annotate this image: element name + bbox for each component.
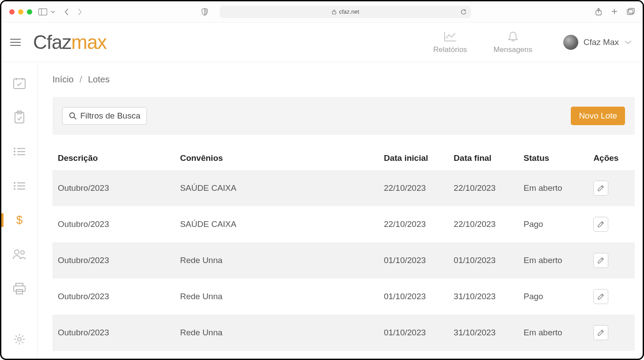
back-button[interactable] bbox=[64, 8, 69, 16]
cell-descricao: Outubro/2023 bbox=[52, 315, 175, 351]
sidebar-item-finance[interactable]: $ bbox=[1, 212, 37, 229]
table-row: Outubro/2023SAÚDE CAIXA22/10/202322/10/2… bbox=[52, 206, 635, 242]
cell-acoes bbox=[588, 242, 635, 278]
new-tab-button[interactable] bbox=[611, 8, 618, 16]
maximize-window-button[interactable] bbox=[27, 9, 32, 15]
cell-descricao: Outubro/2023 bbox=[52, 242, 175, 278]
pencil-icon bbox=[597, 257, 604, 264]
sidebar-item-list-1[interactable] bbox=[1, 143, 37, 160]
edit-button[interactable] bbox=[593, 289, 608, 304]
reports-nav[interactable]: Relatórios bbox=[433, 30, 467, 54]
cell-data-inicial: 22/10/2023 bbox=[378, 170, 448, 206]
edit-button[interactable] bbox=[593, 253, 608, 268]
cell-data-inicial: 01/10/2023 bbox=[378, 315, 448, 351]
cell-convenios: Rede Unna bbox=[175, 315, 378, 351]
new-lote-button[interactable]: Novo Lote bbox=[571, 107, 625, 125]
edit-button[interactable] bbox=[593, 325, 608, 340]
privacy-shield-icon[interactable] bbox=[201, 8, 208, 16]
sidebar-item-calendar[interactable] bbox=[1, 74, 37, 92]
pencil-icon bbox=[597, 185, 604, 192]
cell-data-final: 01/10/2023 bbox=[449, 242, 518, 278]
browser-chrome: cfaz.net bbox=[1, 1, 643, 22]
sidebar-item-settings[interactable] bbox=[1, 330, 37, 348]
bell-icon bbox=[507, 30, 519, 43]
cell-acoes bbox=[588, 206, 635, 242]
reports-label: Relatórios bbox=[433, 45, 467, 54]
chevron-down-icon[interactable] bbox=[51, 10, 55, 14]
edit-button[interactable] bbox=[593, 217, 608, 232]
svg-text:$: $ bbox=[16, 213, 22, 226]
user-name: Cfaz Max bbox=[584, 37, 619, 47]
svg-point-17 bbox=[21, 251, 24, 254]
sidebar-item-print[interactable] bbox=[1, 280, 37, 297]
cell-data-inicial: 01/10/2023 bbox=[378, 242, 448, 278]
th-convenios: Convênios bbox=[175, 146, 378, 170]
cell-convenios: Rede Unna bbox=[175, 242, 378, 278]
search-icon bbox=[69, 112, 77, 120]
tabs-overview-button[interactable] bbox=[627, 8, 635, 16]
breadcrumb-current: Lotes bbox=[88, 74, 110, 84]
svg-point-13 bbox=[14, 185, 15, 187]
cell-descricao: Outubro/2023 bbox=[52, 206, 175, 242]
cell-status: Pago bbox=[518, 206, 588, 242]
svg-rect-6 bbox=[14, 79, 25, 89]
table-header-row: Descrição Convênios Data inicial Data fi… bbox=[52, 146, 635, 170]
svg-rect-0 bbox=[39, 8, 47, 15]
pencil-icon bbox=[597, 293, 604, 300]
menu-toggle-button[interactable] bbox=[7, 33, 24, 51]
gear-icon bbox=[13, 333, 26, 345]
address-bar[interactable]: cfaz.net bbox=[220, 6, 471, 18]
svg-point-12 bbox=[14, 182, 15, 184]
table-row: Outubro/2023SAÚDE CAIXA22/10/202322/10/2… bbox=[52, 170, 635, 206]
table-row: Outubro/2023Rede Unna01/10/202301/10/202… bbox=[52, 242, 635, 278]
cell-convenios: SAÚDE CAIXA bbox=[175, 170, 378, 206]
forward-button[interactable] bbox=[77, 8, 82, 16]
sidebar-item-list-2[interactable] bbox=[1, 177, 37, 195]
url-text: cfaz.net bbox=[339, 8, 359, 15]
sidebar-toggle-button[interactable] bbox=[38, 8, 47, 15]
sidebar-item-users[interactable] bbox=[1, 245, 37, 263]
chevron-down-icon bbox=[624, 40, 632, 45]
cell-convenios: SAÚDE CAIXA bbox=[175, 206, 378, 242]
svg-point-21 bbox=[18, 338, 21, 341]
share-button[interactable] bbox=[595, 8, 602, 16]
svg-rect-2 bbox=[332, 11, 336, 14]
lotes-table: Descrição Convênios Data inicial Data fi… bbox=[52, 146, 635, 351]
messages-label: Mensagens bbox=[494, 45, 532, 54]
app-logo: Cfazmax bbox=[33, 31, 107, 53]
cell-acoes bbox=[588, 170, 635, 206]
window-controls bbox=[9, 9, 32, 15]
pencil-icon bbox=[597, 221, 604, 228]
sidebar-item-clipboard[interactable] bbox=[1, 109, 37, 126]
avatar bbox=[563, 35, 578, 50]
cell-data-inicial: 01/10/2023 bbox=[378, 278, 448, 315]
filter-label: Filtros de Busca bbox=[80, 111, 140, 121]
dollar-icon: $ bbox=[15, 213, 23, 226]
filter-button[interactable]: Filtros de Busca bbox=[62, 107, 147, 125]
pencil-icon bbox=[597, 329, 604, 336]
user-menu[interactable]: Cfaz Max bbox=[563, 35, 632, 50]
cell-descricao: Outubro/2023 bbox=[52, 170, 175, 206]
cell-convenios: Rede Unna bbox=[175, 278, 378, 315]
th-data-final: Data final bbox=[449, 146, 518, 170]
reload-button[interactable] bbox=[461, 9, 467, 15]
cell-data-inicial: 22/10/2023 bbox=[378, 206, 448, 242]
lock-icon bbox=[332, 9, 337, 15]
messages-nav[interactable]: Mensagens bbox=[494, 30, 532, 54]
cell-data-final: 22/10/2023 bbox=[449, 206, 518, 242]
th-descricao: Descrição bbox=[52, 146, 175, 170]
breadcrumb-home[interactable]: Início bbox=[52, 74, 74, 84]
minimize-window-button[interactable] bbox=[18, 9, 23, 15]
app-header: Cfazmax Relatórios Mensagens Cfaz Max bbox=[1, 22, 643, 62]
cell-status: Em aberto bbox=[518, 242, 588, 278]
table-row: Outubro/2023Rede Unna01/10/202331/10/202… bbox=[52, 315, 635, 351]
cell-status: Em aberto bbox=[518, 315, 588, 351]
th-data-inicial: Data inicial bbox=[378, 146, 448, 170]
th-acoes: Ações bbox=[588, 146, 635, 170]
breadcrumb-separator: / bbox=[79, 74, 82, 84]
svg-point-9 bbox=[14, 148, 15, 149]
edit-button[interactable] bbox=[593, 181, 608, 196]
breadcrumb: Início / Lotes bbox=[52, 74, 635, 85]
close-window-button[interactable] bbox=[9, 9, 15, 15]
sidebar: $ bbox=[1, 62, 37, 359]
